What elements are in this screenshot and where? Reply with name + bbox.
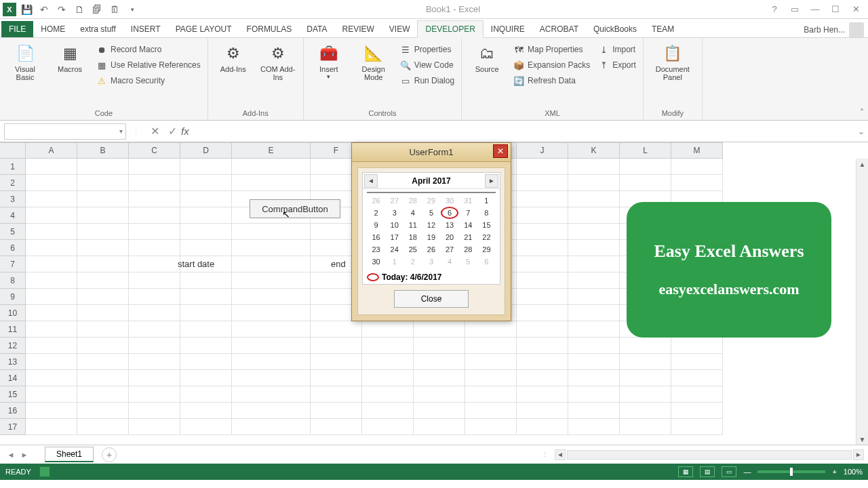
cell[interactable] <box>517 289 568 305</box>
cell[interactable] <box>414 338 465 354</box>
tab-quickbooks[interactable]: QuickBooks <box>586 21 644 37</box>
cell[interactable] <box>26 338 77 354</box>
calendar-day[interactable]: 26 <box>422 243 440 256</box>
tab-home[interactable]: HOME <box>33 21 73 37</box>
cell[interactable] <box>129 370 180 386</box>
cancel-formula-icon[interactable]: ✕ <box>146 123 163 140</box>
cell[interactable] <box>26 175 77 191</box>
cell[interactable] <box>232 354 311 370</box>
cell[interactable] <box>671 386 723 403</box>
cell[interactable] <box>26 207 77 224</box>
cell[interactable] <box>311 403 362 419</box>
cell[interactable] <box>77 419 129 435</box>
row-header[interactable]: 1 <box>0 159 26 175</box>
cell[interactable] <box>620 354 671 370</box>
calendar-day[interactable]: 22 <box>477 231 496 243</box>
cell[interactable] <box>568 305 620 321</box>
run-dialog-button[interactable]: ▭Run Dialog <box>397 73 457 88</box>
cell[interactable] <box>180 419 232 435</box>
calendar-day[interactable]: 24 <box>385 243 403 256</box>
cell[interactable] <box>414 386 465 403</box>
cell[interactable] <box>620 370 671 386</box>
import-button[interactable]: ⤓Import <box>595 42 639 57</box>
cell[interactable] <box>129 354 180 370</box>
close-icon[interactable]: ✕ <box>848 3 864 16</box>
calendar-prev-button[interactable]: ◄ <box>364 174 378 188</box>
cell[interactable] <box>568 403 620 419</box>
calendar-day[interactable]: 1 <box>385 256 403 268</box>
cell[interactable] <box>232 159 311 175</box>
qat-more-icon[interactable]: ▾ <box>125 2 140 17</box>
tab-data[interactable]: DATA <box>299 21 334 37</box>
calendar-day[interactable]: 31 <box>459 195 477 207</box>
cell[interactable] <box>180 386 232 403</box>
calendar-day[interactable]: 6 <box>477 256 496 268</box>
cell[interactable] <box>517 191 568 207</box>
cell[interactable] <box>568 321 620 338</box>
tab-extra-stuff[interactable]: extra stuff <box>73 21 123 37</box>
row-header[interactable]: 11 <box>0 321 26 338</box>
calendar-next-button[interactable]: ► <box>485 174 498 188</box>
cell[interactable] <box>232 321 311 338</box>
userform-close-button[interactable]: ✕ <box>493 144 508 158</box>
calendar-day[interactable]: 12 <box>422 219 440 231</box>
cell[interactable] <box>568 386 620 403</box>
cell[interactable] <box>232 386 311 403</box>
tab-team[interactable]: TEAM <box>644 21 682 37</box>
cell[interactable] <box>362 338 414 354</box>
page-layout-view-icon[interactable]: ▤ <box>700 466 715 477</box>
calendar-day[interactable]: 26 <box>367 195 385 207</box>
calendar-day[interactable]: 30 <box>367 256 385 268</box>
calendar-day[interactable]: 17 <box>385 231 403 243</box>
cell[interactable] <box>77 305 129 321</box>
cell[interactable] <box>517 272 568 289</box>
cell[interactable] <box>129 175 180 191</box>
userform-close-form-button[interactable]: Close <box>394 290 469 308</box>
cell[interactable] <box>671 370 723 386</box>
new-icon[interactable]: 🗋 <box>72 2 87 17</box>
collapse-ribbon-icon[interactable]: ˄ <box>860 108 864 117</box>
cell[interactable] <box>414 321 465 338</box>
cell[interactable] <box>671 403 723 419</box>
cell[interactable] <box>671 338 723 354</box>
cell[interactable] <box>568 338 620 354</box>
calendar-day[interactable]: 28 <box>459 243 477 256</box>
row-header[interactable]: 3 <box>0 191 26 207</box>
cell[interactable] <box>180 207 232 224</box>
tab-formulas[interactable]: FORMULAS <box>239 21 300 37</box>
cell[interactable] <box>568 370 620 386</box>
calendar-day[interactable]: 19 <box>422 231 440 243</box>
cell[interactable] <box>180 321 232 338</box>
cell[interactable] <box>26 191 77 207</box>
cell[interactable] <box>568 354 620 370</box>
cell[interactable] <box>129 240 180 256</box>
redo-icon[interactable]: ↷ <box>54 2 69 17</box>
cell[interactable] <box>26 321 77 338</box>
cell[interactable] <box>129 191 180 207</box>
row-header[interactable]: 8 <box>0 272 26 289</box>
cell[interactable] <box>362 354 414 370</box>
userform-title-bar[interactable]: UserForm1 ✕ <box>352 143 511 162</box>
view-code-button[interactable]: 🔍View Code <box>397 58 457 73</box>
user-name[interactable]: Barb Hen... <box>804 25 845 35</box>
cell[interactable] <box>180 370 232 386</box>
cell[interactable] <box>568 224 620 240</box>
calendar-day[interactable]: 16 <box>367 231 385 243</box>
addins-button[interactable]: ⚙Add-Ins <box>212 42 254 75</box>
calendar-day[interactable]: 3 <box>422 256 440 268</box>
cell[interactable] <box>568 159 620 175</box>
document-panel-button[interactable]: 📋Document Panel <box>648 42 698 83</box>
vertical-scrollbar[interactable]: ▲ ▼ <box>856 159 868 445</box>
user-avatar-icon[interactable] <box>849 22 864 37</box>
tab-acrobat[interactable]: ACROBAT <box>532 21 586 37</box>
calendar-day[interactable]: 2 <box>367 207 385 219</box>
calendar-day[interactable]: 1 <box>477 195 496 207</box>
macros-button[interactable]: ▦Macros <box>49 42 91 75</box>
cell[interactable] <box>568 191 620 207</box>
column-header[interactable]: D <box>180 142 232 159</box>
column-header[interactable]: C <box>129 142 180 159</box>
calendar-grid[interactable]: 2627282930311234567891011121314151617181… <box>363 195 500 270</box>
quickprint-icon[interactable]: 🗓 <box>107 2 122 17</box>
cell[interactable] <box>232 370 311 386</box>
cell[interactable] <box>129 272 180 289</box>
